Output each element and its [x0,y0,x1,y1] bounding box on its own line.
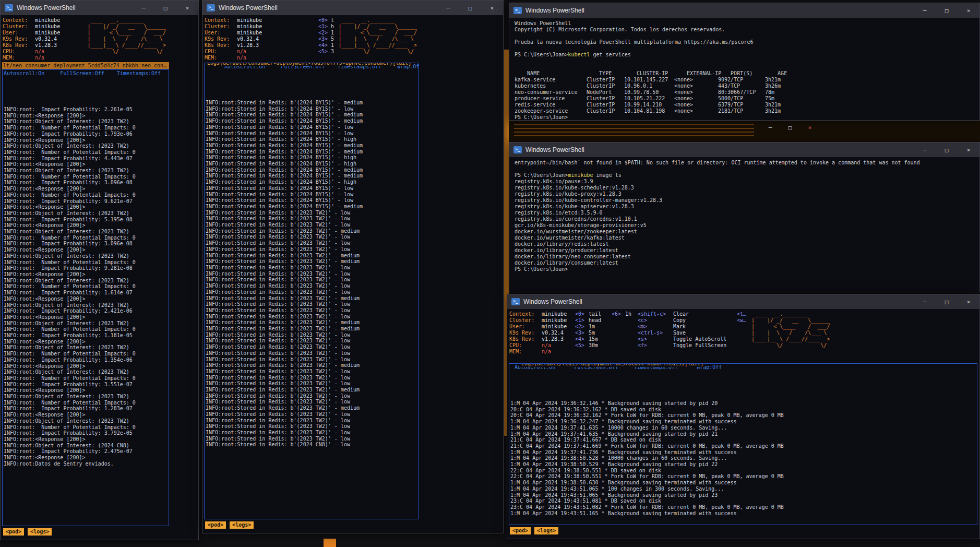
list-item: docker.io/library/consumer:latest [515,260,979,266]
maximize-button[interactable]: □ [459,1,481,15]
log-line: INFO:root: Impact Probability: 5.195e-08 [4,217,169,223]
titlebar[interactable]: >_ Windows PowerShell ─ □ × [202,1,503,15]
close-button[interactable]: × [958,294,979,309]
close-icon[interactable]: × [800,121,820,134]
log-line: INFO:root: Impact Probability: 3.096e-08 [4,180,169,186]
prompt: PS C:\Users\Joan> [515,52,568,57]
cluster-info-row: CPU:n/a [509,342,575,349]
powershell-window-kubectl-services[interactable]: >_ Windows PowerShell ─ □ × Windows Powe… [509,3,980,121]
log-line: 21:C 04 Apr 2024 19:37:41.669 * Fork CoW… [510,443,977,449]
log-panel[interactable]: Autoscroll:On FullScreen:Off Timestamps:… [2,69,169,526]
log-line: INFO:root: Number of Potential Impacts: … [4,283,169,290]
minimize-button[interactable]: ─ [437,1,459,15]
log-line: 1:M 04 Apr 2024 19:37:41.635 * 10000 cha… [510,425,977,431]
log-line: INFO:root:<Response [200]> [4,314,169,320]
list-item: gcr.io/k8s-minikube/storage-provisioner:… [515,222,979,229]
titlebar[interactable]: >_ Windows PowerShell ─ □ × [1,1,198,15]
maximize-button[interactable]: □ [936,3,958,18]
log-line: INFO:root: Number of Potential Impacts: … [4,351,169,357]
close-button[interactable]: × [481,1,503,15]
list-item: docker.io/library/redis:latest [515,241,979,247]
log-line: INFO:root: Number of Potential Impacts: … [4,424,169,431]
prompt: PS C:\Users\Joan> [515,172,568,178]
maximize-button[interactable]: □ [936,142,958,157]
maximize-button[interactable]: □ [936,294,958,309]
hotkey-row: <3> 5 [318,36,334,42]
maximize-button[interactable]: □ [154,1,176,15]
log-line: INFO:root:<Response [200]> [4,204,169,210]
log-line: INFO:root:<Response [200]> [4,186,169,192]
log-panel[interactable]: Logs(default/consumer-deployment-76d9f6f… [204,63,419,519]
terminal-body[interactable]: Windows PowerShellCopyright (C) Microsof… [509,18,979,120]
minimize-button[interactable]: ─ [914,3,936,18]
crumb-tab[interactable]: <logs> [230,521,254,529]
log-line: INFO:root: Impact Probability: 3.551e-07 [4,382,169,388]
services-table: kafka-serviceClusterIP10.101.145.227<non… [515,77,979,114]
table-header-cell: NAME [527,70,599,77]
powershell-window-neo-logs[interactable]: >_ Windows PowerShell ─ □ × Context:mini… [0,0,199,540]
log-panel[interactable]: Logs(default/redis-deployment-8c5fbc844-… [509,363,977,525]
log-line: INFO:root:Stored in Redis: b'(2023 TW2)'… [206,418,419,424]
log-line: INFO:root:Stored in Redis: b'(2023 TW2)'… [206,258,419,265]
log-line: INFO:root:Stored in Redis: b'(2023 TW2)'… [206,283,419,289]
minimize-button[interactable]: ─ [760,121,780,134]
window-title: Windows PowerShell [525,7,584,14]
log-line: 1:M 04 Apr 2024 19:38:50.529 * Backgroun… [510,461,977,468]
powershell-icon: >_ [207,4,215,11]
log-line: INFO:root: Impact Probability: 9.621e-07 [4,198,169,205]
log-line: INFO:root: Impact Probability: 3.792e-05 [4,430,169,436]
log-line: INFO:root: Number of Potential Impacts: … [4,149,169,156]
window-controls: ─ □ × [914,3,979,18]
services-table-header: NAMETYPECLUSTER-IPEXTERNAL-IPPORT(S)AGE [515,58,979,77]
powershell-window-minikube-images[interactable]: >_ Windows PowerShell ─ □ × entrypoint=/… [509,142,980,292]
titlebar[interactable]: >_ Windows PowerShell ─ □ × [507,294,979,309]
minimize-button[interactable]: ─ [914,294,936,309]
log-lines: INFO:root: Impact Probability: 2.261e-05… [3,77,169,467]
log-line: INFO:root:Stored in Redis: b'(2023 TW2)'… [206,387,419,393]
terminal-body[interactable]: Context:minikubeCluster:minikubeUser:min… [202,15,503,533]
crumb-tab[interactable]: <logs> [534,527,558,534]
table-header-cell: EXTERNAL-IP [687,70,731,77]
background-window-strip[interactable]: ─ □ × [509,120,980,142]
log-line: 23:C 04 Apr 2024 19:43:51.081 * DB saved… [510,498,977,504]
minimize-button[interactable]: ─ [133,1,154,15]
close-button[interactable]: × [176,1,198,15]
maximize-button[interactable]: □ [780,121,800,134]
powershell-window-consumer-logs[interactable]: >_ Windows PowerShell ─ □ × Context:mini… [202,0,504,533]
command-line: PS C:\Users\Joan>minikube image ls [515,172,979,179]
log-line: 1:M 04 Apr 2024 19:37:41.736 * Backgroun… [510,449,977,456]
log-line: INFO:root:<Response [200]> [4,339,169,345]
powershell-window-redis-logs[interactable]: >_ Windows PowerShell ─ □ × Context:mini… [507,294,980,539]
log-line: INFO:root:Stored in Redis: b'(2023 TW2)'… [206,332,419,338]
log-line: 1:M 04 Apr 2024 19:36:32.247 * Backgroun… [510,419,977,425]
log-line: INFO:root:Stored in Redis: b'(2024 BY15)… [206,167,419,173]
log-line: INFO:root:Stored in Redis: b'(2023 TW2)'… [206,393,419,399]
hotkey-row: <5> 3 [318,49,334,55]
log-line: INFO:root:Stored in Redis: b'(2023 TW2)'… [206,436,419,442]
log-line: INFO:root:Stored in Redis: b'(2024 BY15)… [206,124,419,130]
hotkey-row: <0>tail [575,311,612,317]
crumb-tab[interactable]: <pod> [205,521,226,529]
command-line: PS C:\Users\Joan>kubectl get services [515,52,979,58]
list-item: docker.io/library/neo-consumer:latest [515,254,979,260]
cluster-info-row: Context:minikube [509,311,575,317]
crumb-tab[interactable]: <pod> [510,527,531,534]
log-line: INFO:root:Stored in Redis: b'(2024 BY15)… [206,118,419,124]
k9s-hotkeys-range2: <6>1h [612,311,638,355]
powershell-icon: >_ [513,7,522,14]
titlebar[interactable]: >_ Windows PowerShell ─ □ × [509,142,979,157]
terminal-body[interactable]: entrypoint=/bin/bash` not found in $PATH… [509,157,979,292]
terminal-body[interactable]: Context:minikubeCluster:minikubeUser:min… [1,15,198,540]
terminal-body[interactable]: Context:minikubeCluster:minikubeUser:min… [507,309,979,539]
crumb-tab[interactable]: <logs> [28,528,52,536]
powershell-icon: >_ [5,4,13,11]
log-line: INFO:root: Impact Probability: 2.475e-07 [4,448,169,455]
log-line: INFO:root: Impact Probability: 1.181e-05 [4,332,169,339]
minimize-button[interactable]: ─ [914,142,936,157]
list-item: docker.io/wurstmeister/kafka:latest [515,235,979,241]
titlebar[interactable]: >_ Windows PowerShell ─ □ × [509,3,979,18]
log-line: INFO:root:Stored in Redis: b'(2023 TW2)'… [206,216,419,222]
crumb-tab[interactable]: <pod> [3,528,24,536]
close-button[interactable]: × [958,142,979,157]
close-button[interactable]: × [958,3,979,18]
